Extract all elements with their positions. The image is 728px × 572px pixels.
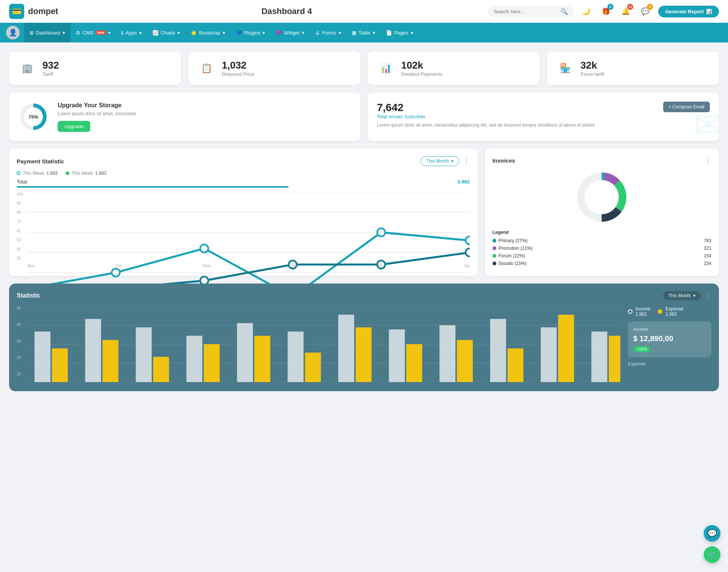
stat-card-force-tariff: 🏪 32k Force tariff [547, 52, 719, 85]
forms-label: Forms [322, 30, 336, 36]
payment-header: Payment Statistic This Month ▾ ⋮ [17, 156, 470, 166]
svg-rect-31 [35, 332, 50, 382]
generate-report-button[interactable]: Generate Report 📊 [658, 6, 719, 17]
payments-icon: 📊 [377, 59, 395, 77]
svg-rect-53 [592, 332, 607, 382]
income-change-badge: +15% [633, 346, 650, 352]
email-card: 7,642 Total emails Subcriber. Lorem ipsu… [368, 92, 719, 141]
search-box[interactable]: 🔍 [488, 6, 573, 17]
dashboard-label: Dashboard [36, 30, 60, 36]
charts-arrow: ▾ [177, 30, 180, 36]
cms-new-badge: New [96, 30, 106, 35]
header: 💳 dompet Dashboard 4 🔍 🌙 🎁 2 🔔 12 💬 5 Ge… [0, 0, 728, 23]
expense-legend-item: Expense 1.982 [658, 306, 683, 317]
logo-area: 💳 dompet [9, 4, 85, 19]
nav-item-forms[interactable]: 🖨 Forms ▾ [310, 23, 347, 42]
legend-socials: Socials (15%) 154 [493, 261, 711, 266]
statistic-section: Statistic This Month ▾ ⋮ 5040302010 [9, 284, 719, 391]
nav-item-dashboard[interactable]: ⊞ Dashboard ▾ [24, 23, 71, 42]
income-card-value: $ 12,890,00 [633, 334, 706, 343]
bar-chart-container: 5040302010 [17, 306, 620, 384]
svg-rect-39 [237, 323, 253, 382]
email-label: Total emails Subcriber. [377, 114, 595, 119]
svg-rect-47 [439, 325, 455, 382]
legend-item-week2: This Week 1.982 [66, 171, 107, 176]
moon-icon: 🌙 [582, 7, 590, 16]
income-legend-label: Income [635, 306, 650, 312]
charts-icon: 📈 [152, 30, 158, 36]
email-value: 7,642 [377, 102, 595, 114]
statistic-menu-button[interactable]: ⋮ [704, 291, 711, 300]
storage-description: Lorem ipsum dolor sit amet, onsectetur. [58, 111, 137, 116]
tariff-value: 932 [42, 60, 59, 71]
total-bar [17, 186, 289, 188]
bell-button[interactable]: 🔔 12 [619, 5, 632, 18]
nav-item-bootstrap[interactable]: ⭐ Bootstrap ▾ [185, 23, 231, 42]
gift-button[interactable]: 🎁 2 [599, 5, 613, 18]
bootstrap-arrow: ▾ [223, 30, 225, 36]
tariff-icon: 🏢 [18, 59, 36, 77]
upgrade-button[interactable]: Upgrade [58, 121, 90, 132]
svg-rect-49 [490, 319, 506, 382]
svg-rect-38 [204, 344, 220, 382]
svg-rect-54 [609, 336, 620, 382]
legend-title: Legend [493, 230, 711, 235]
payment-filter-label: This Month [426, 158, 449, 164]
nav-item-cms[interactable]: ⚙ CMS New ▾ [71, 23, 116, 42]
required-price-value: 1,032 [222, 60, 254, 71]
socials-value: 154 [704, 261, 711, 266]
main-content: 🏢 932 Tariff 📋 1,032 Required Price 📊 10… [0, 42, 728, 400]
apps-icon: ℹ [121, 30, 123, 36]
statistic-header: Statistic This Month ▾ ⋮ [17, 291, 711, 300]
svg-rect-42 [305, 353, 321, 382]
payment-legend: This Week 1.982 This Week 1.982 [17, 171, 470, 176]
svg-rect-50 [507, 348, 523, 382]
email-bg-icon: ✉ [694, 105, 719, 141]
stat-legend: Income 1.982 Expense 1.982 [628, 306, 711, 317]
search-input[interactable] [494, 9, 557, 14]
expense-legend-value: 1.982 [665, 312, 683, 317]
invoices-donut-chart [493, 171, 711, 224]
income-card: Income $ 12,890,00 +15% [628, 321, 711, 357]
expense-legend-label: Expense [665, 306, 683, 312]
payment-menu-button[interactable]: ⋮ [463, 157, 470, 165]
payment-filter-button[interactable]: This Month ▾ [420, 156, 459, 166]
nav-item-widget[interactable]: 💜 Widget ▾ [270, 23, 309, 42]
plugins-arrow: ▾ [262, 30, 265, 36]
nav-bar: 👤 ⊞ Dashboard ▾ ⚙ CMS New ▾ ℹ Apps ▾ 📈 C… [0, 23, 728, 42]
dropdown-icon: ▾ [451, 158, 453, 164]
promotion-label: Promotion (11%) [499, 246, 533, 251]
nav-item-apps[interactable]: ℹ Apps ▾ [116, 23, 147, 42]
storage-card: 75% Upgrade Your Storage Lorem ipsum dol… [9, 92, 360, 141]
svg-rect-44 [356, 328, 372, 382]
dashboard-icon: ⊞ [30, 30, 34, 36]
force-tariff-label: Force tariff [581, 71, 604, 77]
promotion-dot [493, 246, 496, 250]
income-legend-item: Income 1.982 [628, 306, 650, 317]
bootstrap-icon: ⭐ [191, 30, 197, 36]
chat-button[interactable]: 💬 5 [639, 5, 652, 18]
nav-item-table[interactable]: ▦ Table ▾ [347, 23, 381, 42]
table-arrow: ▾ [373, 30, 375, 36]
nav-item-plugins[interactable]: 💙 Plugins ▾ [231, 23, 271, 42]
svg-rect-32 [52, 348, 68, 382]
moon-button[interactable]: 🌙 [579, 5, 593, 18]
forms-arrow: ▾ [339, 30, 341, 36]
svg-rect-34 [102, 340, 118, 382]
forms-icon: 🖨 [315, 30, 320, 36]
nav-item-charts[interactable]: 📈 Charts ▾ [147, 23, 185, 42]
invoices-menu-button[interactable]: ⋮ [704, 156, 711, 165]
pages-icon: 📄 [386, 30, 392, 36]
income-card-label: Income [633, 327, 706, 332]
statistic-filter-button[interactable]: This Month ▾ [663, 291, 701, 300]
stat-cards: 🏢 932 Tariff 📋 1,032 Required Price 📊 10… [9, 52, 719, 85]
apps-arrow: ▾ [139, 30, 142, 36]
y-axis-labels: 10090807060504030 [17, 192, 27, 260]
required-price-label: Required Price [222, 71, 254, 77]
logo-icon: 💳 [9, 4, 24, 19]
force-tariff-icon: 🏪 [556, 59, 574, 77]
cms-label: CMS [83, 30, 94, 36]
legend-dot-2 [66, 171, 69, 175]
legend-value-2: 1.982 [95, 171, 107, 176]
nav-item-pages[interactable]: 📄 Pages ▾ [381, 23, 419, 42]
